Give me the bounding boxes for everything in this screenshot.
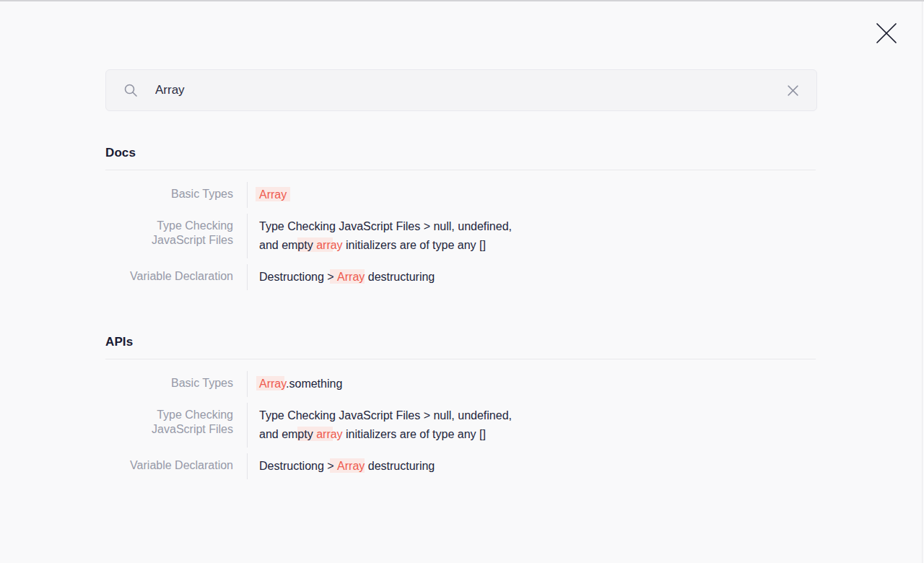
result-text-segment: Destructiong > bbox=[259, 271, 337, 283]
section-docs: Docs Basic Types Array Type Checking Jav… bbox=[105, 146, 816, 290]
result-category: Type Checking JavaScript Files bbox=[105, 214, 247, 258]
match-highlight: Array bbox=[259, 188, 287, 201]
result-text-segment: destructuring bbox=[365, 460, 435, 472]
section-rows: Basic Types Array.something Type Checkin… bbox=[105, 371, 816, 479]
search-icon bbox=[123, 83, 138, 97]
match-highlight: Array bbox=[337, 271, 365, 283]
window-top-edge bbox=[0, 0, 924, 1]
close-icon bbox=[874, 21, 899, 45]
result-text-segment: Type Checking JavaScript Files > null, u… bbox=[259, 220, 512, 232]
result-row-docs-basic-types[interactable]: Basic Types Array bbox=[105, 182, 816, 208]
result-text-segment: Type Checking JavaScript Files > null, u… bbox=[259, 409, 512, 422]
window-right-edge bbox=[922, 1, 923, 563]
search-results: Docs Basic Types Array Type Checking Jav… bbox=[105, 111, 816, 485]
result-text-segment: destructuring bbox=[365, 271, 435, 283]
result-text: Array bbox=[248, 182, 681, 208]
result-text: Destructiong > Array destructuring bbox=[248, 453, 681, 479]
match-highlight: array bbox=[316, 239, 342, 251]
result-category: Type Checking JavaScript Files bbox=[105, 403, 247, 448]
section-title: APIs bbox=[105, 335, 816, 359]
section-rows: Basic Types Array Type Checking JavaScri… bbox=[105, 182, 816, 290]
result-text: Destructiong > Array destructuring bbox=[248, 264, 681, 290]
result-row-apis-variable-declaration[interactable]: Variable Declaration Destructiong > Arra… bbox=[105, 453, 816, 479]
clear-search-button[interactable] bbox=[785, 82, 801, 98]
clear-x-icon bbox=[787, 84, 799, 97]
result-text-segment: Destructiong > bbox=[259, 460, 337, 472]
section-title: Docs bbox=[105, 146, 816, 170]
result-row-apis-type-checking[interactable]: Type Checking JavaScript Files Type Chec… bbox=[105, 403, 816, 448]
result-text: Type Checking JavaScript Files > null, u… bbox=[248, 403, 681, 448]
match-highlight: Array bbox=[259, 377, 286, 390]
result-category: Variable Declaration bbox=[105, 453, 247, 479]
result-text-segment: initializers are of type any [] bbox=[343, 239, 486, 251]
result-text-segment: and empty bbox=[259, 428, 316, 440]
result-row-docs-variable-declaration[interactable]: Variable Declaration Destructiong > Arra… bbox=[105, 264, 816, 290]
result-category: Basic Types bbox=[105, 371, 247, 397]
result-row-apis-basic-types[interactable]: Basic Types Array.something bbox=[105, 371, 816, 397]
search-bar bbox=[105, 69, 817, 111]
result-text-segment: initializers are of type any [] bbox=[343, 428, 486, 440]
search-overlay: Docs Basic Types Array Type Checking Jav… bbox=[0, 0, 924, 563]
close-button[interactable] bbox=[873, 19, 900, 47]
result-text: Array.something bbox=[248, 371, 681, 397]
result-text-segment: .something bbox=[286, 377, 342, 390]
result-text: Type Checking JavaScript Files > null, u… bbox=[248, 214, 681, 258]
result-category: Basic Types bbox=[105, 182, 247, 208]
result-category: Variable Declaration bbox=[105, 264, 247, 290]
section-apis: APIs Basic Types Array.something Type Ch… bbox=[105, 335, 816, 479]
match-highlight: array bbox=[316, 428, 342, 440]
result-text-segment: and empty bbox=[259, 239, 316, 251]
result-row-docs-type-checking[interactable]: Type Checking JavaScript Files Type Chec… bbox=[105, 214, 816, 258]
match-highlight: Array bbox=[337, 460, 365, 472]
search-input[interactable] bbox=[155, 83, 785, 97]
